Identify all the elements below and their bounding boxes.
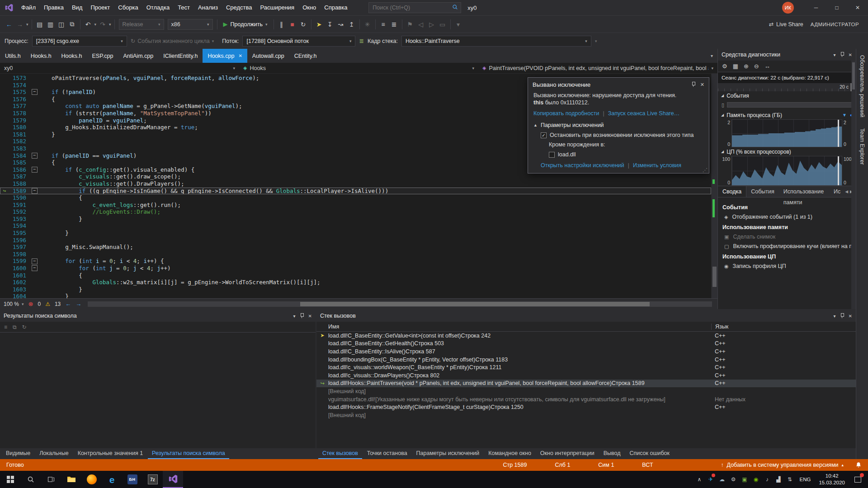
- zoom-in-icon[interactable]: ⊕: [744, 63, 749, 70]
- document-tab[interactable]: Hooks.h: [57, 49, 87, 63]
- scrollbar-thumb[interactable]: [300, 302, 650, 306]
- breakpoint-margin[interactable]: [0, 286, 9, 293]
- panel-tab[interactable]: Вывод: [599, 448, 625, 459]
- chevron-down-icon[interactable]: ▾: [108, 22, 112, 27]
- fold-marker[interactable]: [31, 265, 38, 272]
- code-text[interactable]: c_event_logs::get().run();: [38, 202, 711, 209]
- callstack-row[interactable]: load.dll!boundingBox(C_BaseEntity * pEnt…: [316, 356, 856, 364]
- breakpoint-margin[interactable]: [0, 265, 9, 272]
- save-icon[interactable]: ◫: [56, 21, 67, 28]
- document-tab[interactable]: Utils.h: [0, 49, 26, 63]
- callstack-row[interactable]: ➤load.dll!C_BaseEntity::GetValue<int>(co…: [316, 332, 856, 340]
- breakpoint-margin[interactable]: [0, 293, 9, 298]
- watch-tab[interactable]: Контрольные значения 1: [74, 448, 147, 459]
- breakpoint-margin[interactable]: [0, 82, 9, 89]
- export-icon[interactable]: ▦: [733, 63, 738, 70]
- taskbar-clock[interactable]: 10:42 15.03.2020: [815, 473, 849, 486]
- breakpoint-margin[interactable]: [0, 89, 9, 96]
- close-icon[interactable]: ✕: [849, 52, 852, 57]
- breakpoint-margin[interactable]: [0, 202, 9, 209]
- code-text[interactable]: if ((g_pEngine->IsInGame() && g_pEngine-…: [38, 188, 711, 195]
- add-to-source-control-button[interactable]: ↑ Добавить в систему управления версиями…: [721, 462, 844, 468]
- notifications-bell-icon[interactable]: [855, 462, 862, 468]
- maximize-button[interactable]: □: [826, 0, 847, 15]
- hidden-icons-chevron[interactable]: ∧: [694, 471, 705, 488]
- user-avatar[interactable]: ИК: [782, 2, 794, 14]
- toolbar-overflow-icon[interactable]: ▾: [453, 21, 464, 28]
- timeline-ruler[interactable]: 20 с: [718, 83, 856, 91]
- menu-item[interactable]: Вид: [68, 0, 87, 15]
- menu-item[interactable]: Проект: [86, 0, 114, 15]
- panel-tab[interactable]: Командное окно: [484, 448, 535, 459]
- audio-icon[interactable]: ♪: [762, 471, 773, 488]
- zoom-control[interactable]: 100 %▾: [4, 301, 24, 307]
- telegram-icon[interactable]: ✈: [705, 471, 717, 488]
- breakpoint-margin[interactable]: [0, 208, 9, 216]
- diagnostics-scrollbar[interactable]: [851, 61, 856, 309]
- fold-marker[interactable]: [31, 258, 38, 265]
- breakpoint-margin[interactable]: [0, 166, 9, 174]
- type-dropdown[interactable]: ◈ Hooks▾: [239, 63, 478, 73]
- panel-tab[interactable]: Параметры исключений: [412, 448, 484, 459]
- document-tab[interactable]: Hooks.h: [26, 49, 57, 63]
- breakpoint-margin[interactable]: [0, 173, 9, 180]
- hot-reload-icon[interactable]: ✳: [362, 21, 373, 28]
- pin-icon[interactable]: [840, 52, 844, 57]
- close-icon[interactable]: ✕: [849, 314, 852, 319]
- watch-tab[interactable]: Локальные: [35, 448, 73, 459]
- callstack-row[interactable]: load.dll!C_BaseEntity::GetHealth()Строка…: [316, 340, 856, 348]
- tab-list-chevron-icon[interactable]: ▾: [706, 53, 717, 58]
- code-text[interactable]: }: [38, 216, 711, 223]
- next-bookmark-icon[interactable]: ▷: [426, 21, 437, 28]
- navigate-back-icon[interactable]: ←: [65, 300, 71, 307]
- diagnostics-tab[interactable]: Ис: [829, 186, 845, 197]
- cpu-section-header[interactable]: ◢ ЦП (% всех процессоров): [718, 147, 856, 156]
- pin-icon[interactable]: [691, 82, 696, 87]
- firefox-icon[interactable]: [81, 471, 102, 488]
- stop-debugging-icon[interactable]: ■: [287, 21, 298, 28]
- breakpoint-margin[interactable]: [0, 279, 9, 286]
- defender-icon[interactable]: ▣: [739, 471, 750, 488]
- continue-button[interactable]: ▶Продолжить▾: [220, 19, 271, 30]
- breakpoint-margin[interactable]: [0, 138, 9, 145]
- code-text[interactable]: [38, 251, 711, 258]
- breakpoint-margin[interactable]: [0, 96, 9, 103]
- close-icon[interactable]: ✕: [700, 82, 704, 88]
- breakpoint-margin[interactable]: [0, 124, 9, 131]
- events-track[interactable]: ▯: [722, 100, 852, 109]
- nvidia-icon[interactable]: ◉: [750, 471, 762, 488]
- menu-item[interactable]: Расширения: [256, 0, 299, 15]
- breakpoint-margin[interactable]: [0, 131, 9, 138]
- undo-icon[interactable]: ↶: [83, 21, 94, 28]
- scroll-tabs-left-icon[interactable]: ◀: [845, 189, 848, 194]
- project-dropdown[interactable]: xy0▾: [0, 63, 239, 73]
- step-over-icon[interactable]: ↝: [335, 21, 346, 28]
- navigate-forward-icon[interactable]: →: [75, 300, 81, 307]
- fold-marker[interactable]: [31, 166, 38, 174]
- fold-marker[interactable]: [31, 188, 38, 195]
- panel-tab[interactable]: Окно интерпретации: [536, 448, 599, 459]
- chevron-down-icon[interactable]: ▾: [834, 52, 836, 57]
- breakpoint-margin[interactable]: [0, 180, 9, 188]
- code-text[interactable]: }: [38, 230, 711, 237]
- thread-combo[interactable]: [17288] Основной поток▾: [242, 36, 355, 47]
- document-tab[interactable]: CEntity.h: [289, 49, 322, 63]
- search-input[interactable]: [372, 4, 452, 11]
- restart-icon[interactable]: ↻: [298, 21, 309, 28]
- callstack-row[interactable]: ↪load.dll!Hooks::PaintTraverse(void * pP…: [316, 380, 856, 388]
- refresh-icon[interactable]: ↻: [22, 324, 27, 330]
- current-frame-arrow-icon[interactable]: ↪: [0, 188, 9, 195]
- platform-combo[interactable]: x86▾: [168, 19, 213, 30]
- start-button[interactable]: [0, 471, 20, 488]
- bookmark-icon[interactable]: ⚑: [405, 21, 415, 28]
- step-into-icon[interactable]: ↧: [325, 21, 335, 28]
- save-all-icon[interactable]: ⧉: [67, 20, 78, 28]
- document-tab[interactable]: Autowall.cpp: [247, 49, 289, 63]
- open-file-icon[interactable]: ▥: [45, 21, 56, 28]
- code-text[interactable]: for (int j = 0; j < 4; j++): [38, 265, 711, 272]
- symbol-results-content[interactable]: [0, 333, 316, 448]
- immediate-window-icon[interactable]: ≡: [378, 21, 389, 28]
- zoom-out-icon[interactable]: ⊖: [754, 63, 759, 70]
- document-tab[interactable]: ESP.cpp: [87, 49, 118, 63]
- copy-icon[interactable]: ⧉: [13, 324, 17, 330]
